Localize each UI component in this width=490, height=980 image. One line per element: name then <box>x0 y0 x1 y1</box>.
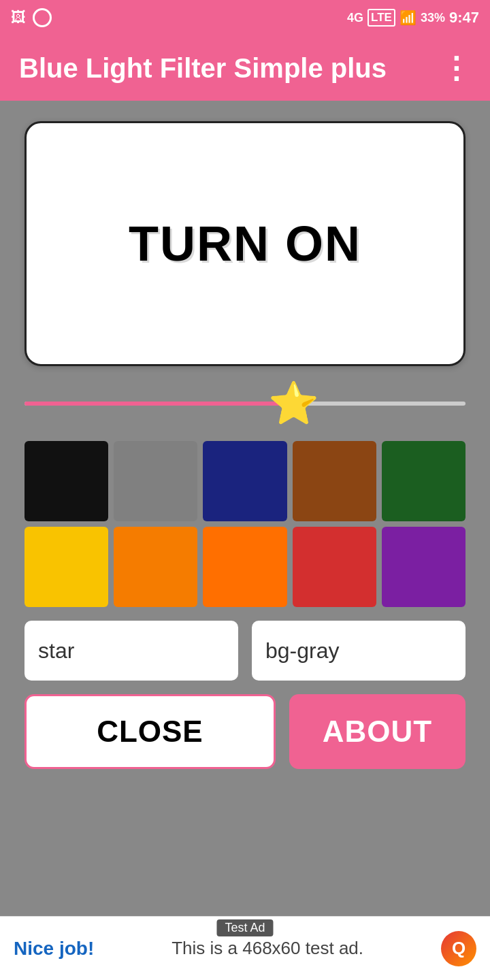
color-swatch-dark-green[interactable] <box>382 441 466 521</box>
status-bar-right: 4G LTE 📶 33% 9:47 <box>347 9 479 27</box>
circle-icon <box>33 8 52 27</box>
network-type: 4G <box>347 11 363 25</box>
turn-on-text: TURN ON <box>129 216 361 272</box>
about-button[interactable]: ABOUT <box>289 694 466 769</box>
menu-button[interactable]: ⋮ <box>441 53 471 83</box>
status-bar: 🖼 4G LTE 📶 33% 9:47 <box>0 0 490 35</box>
app-bar: Blue Light Filter Simple plus ⋮ <box>0 35 490 101</box>
app-title: Blue Light Filter Simple plus <box>19 53 387 84</box>
slider-track[interactable] <box>24 402 466 406</box>
color-swatch-yellow[interactable] <box>24 527 108 607</box>
ad-nice-job[interactable]: Nice job! <box>14 938 94 960</box>
star-field: star <box>24 621 238 681</box>
color-swatch-orange[interactable] <box>203 527 287 607</box>
bg-gray-field: bg-gray <box>252 621 466 681</box>
color-swatch-purple[interactable] <box>382 527 466 607</box>
buttons-row: CLOSE ABOUT <box>24 694 466 769</box>
color-swatch-gray[interactable] <box>114 441 197 521</box>
ad-description: This is a 468x60 test ad. <box>172 938 363 959</box>
slider-row[interactable]: ⭐ <box>24 380 466 427</box>
battery-text: 33% <box>421 11 445 25</box>
color-swatch-dark-blue[interactable] <box>203 441 287 521</box>
time-display: 9:47 <box>449 9 479 27</box>
signal-icon: 📶 <box>399 10 416 26</box>
slider-fill <box>24 402 302 406</box>
ad-banner: Test Ad Nice job! This is a 468x60 test … <box>0 916 490 980</box>
turn-on-card[interactable]: TURN ON <box>24 121 466 366</box>
close-button[interactable]: CLOSE <box>24 694 276 769</box>
lte-badge: LTE <box>368 9 395 27</box>
bg-gray-field-value: bg-gray <box>265 638 340 664</box>
star-field-value: star <box>38 638 74 664</box>
status-bar-left: 🖼 <box>11 8 52 27</box>
gallery-icon: 🖼 <box>11 9 26 27</box>
main-content: TURN ON ⭐ star bg-gray CLOSE ABOUT <box>0 101 490 789</box>
color-swatch-dark-orange[interactable] <box>114 527 197 607</box>
color-swatch-red[interactable] <box>293 527 376 607</box>
star-icon: ⭐ <box>268 383 319 424</box>
ad-logo: Q <box>441 931 476 966</box>
ad-label: Test Ad <box>216 919 273 936</box>
color-swatch-brown[interactable] <box>293 441 376 521</box>
color-swatch-black[interactable] <box>24 441 108 521</box>
ad-logo-letter: Q <box>452 938 466 959</box>
color-grid <box>24 441 466 607</box>
text-fields-row: star bg-gray <box>24 621 466 681</box>
